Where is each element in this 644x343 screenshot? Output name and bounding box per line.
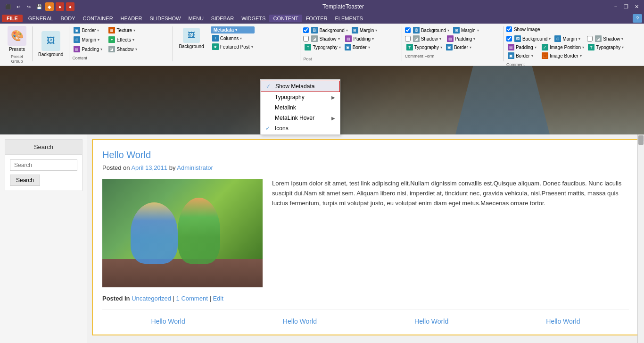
show-metadata-item[interactable]: ✓ Show Metadata [261, 81, 340, 92]
cm-shadow-btn[interactable]: ◪ Shadow▾ [594, 35, 627, 42]
related-post-1[interactable]: Hello World [102, 318, 234, 325]
padding-btn-1[interactable]: ▤ Padding▾ [72, 45, 105, 53]
main-content: Search Search Hello World Posted on Apri… [0, 134, 644, 343]
post-author[interactable]: Administrator [177, 164, 213, 171]
menu-footer[interactable]: FOOTER [302, 15, 331, 22]
post-shadow-check[interactable] [303, 36, 309, 42]
show-metadata-check: ✓ [266, 83, 272, 90]
post-border-btn[interactable]: ▣ Border▾ [343, 43, 376, 51]
background-btn-1[interactable]: 🖼 Background [35, 30, 66, 59]
menu-header[interactable]: HEADER [117, 15, 146, 22]
featured-post-btn[interactable]: ★ Featured Post▾ [211, 43, 255, 50]
scrollbar-thumb[interactable] [638, 135, 644, 145]
cm-bg-check[interactable] [506, 36, 512, 42]
post-bg-check[interactable] [303, 27, 309, 33]
cm-border-btn[interactable]: ▣ Border▾ [506, 52, 539, 59]
cm-image-position-btn[interactable]: ⤢ Image Position▾ [540, 43, 586, 51]
metalink-item[interactable]: Metalink [261, 102, 340, 113]
post-category[interactable]: Uncategorized [132, 295, 171, 302]
cm-margin-btn[interactable]: ⊞ Margin▾ [553, 35, 586, 42]
header-decoration [455, 66, 550, 134]
restore-btn[interactable]: ❐ [622, 3, 630, 10]
post-footer: Posted In Uncategorized | 1 Comment | Ed… [102, 295, 629, 302]
metalink-hover-item[interactable]: MetaLink Hover ▶ [261, 113, 340, 123]
background-group-1-wrap: 🖼 Background [35, 30, 66, 59]
file-menu[interactable]: FILE [2, 15, 23, 22]
search-widget: Search Search [5, 139, 83, 191]
menu-body[interactable]: BODY [57, 15, 79, 22]
post-date[interactable]: April 13,2011 [131, 164, 167, 171]
post-margin-btn[interactable]: ⊞ Margin▾ [350, 26, 383, 34]
ribbon: 🎨 Presets Preset Group 🖼 Background ▣ Bo… [0, 24, 644, 66]
post-group-label: Post [303, 57, 312, 61]
cf-padding-btn[interactable]: ▤ Padding▾ [446, 35, 479, 42]
cm-bg-btn[interactable]: 🖼 Background▾ [513, 35, 552, 42]
window-title: TemplateToaster [74, 3, 612, 10]
effects-btn-1[interactable]: ✦ Effects▾ [107, 36, 140, 43]
menu-content[interactable]: CONTENT [269, 15, 302, 22]
border-icon-1: ▣ [74, 27, 80, 33]
border-btn-1[interactable]: ▣ Border▾ [72, 26, 105, 34]
show-image-check[interactable] [506, 26, 512, 32]
menu-menu[interactable]: MENU [184, 15, 207, 22]
menu-elements[interactable]: ELEMENTS [331, 15, 366, 22]
minimize-btn[interactable]: − [612, 3, 619, 10]
search-input[interactable] [10, 159, 77, 171]
cm-typography-btn[interactable]: T Typography▾ [586, 43, 625, 51]
margin-btn-1[interactable]: ⊞ Margin▾ [72, 36, 105, 43]
cf-bg-check[interactable] [405, 27, 411, 33]
menu-widgets[interactable]: WIDGETS [238, 15, 269, 22]
metadata-dropdown: ✓ Show Metadata Typography ▶ Metalink Me… [260, 79, 340, 135]
help-btn[interactable]: ? [633, 14, 642, 23]
cf-typography-btn[interactable]: T Typography▾ [405, 43, 444, 51]
related-post-4[interactable]: Hello World [497, 318, 629, 325]
related-post-2[interactable]: Hello World [234, 318, 365, 325]
related-post-3[interactable]: Hello World [366, 318, 497, 325]
background-btn-2[interactable]: 🖼 Background [176, 26, 206, 50]
app-icon-1[interactable]: ⬛ [4, 2, 12, 11]
post-group: 🖼 Background▾ ⊞ Margin▾ ◪ Shadow▾ ▤ [300, 26, 402, 61]
post-typography-btn[interactable]: T Typography▾ [303, 43, 342, 51]
shadow-btn-1[interactable]: ◪ Shadow▾ [107, 45, 140, 53]
post-bg-btn[interactable]: 🖼 Background▾ [310, 26, 349, 34]
menu-slideshow[interactable]: SLIDESHOW [146, 15, 184, 22]
show-metadata-label: Show Metadata [275, 83, 314, 90]
post-border-icon: ▣ [345, 44, 351, 50]
effects-icon-1: ✦ [108, 36, 115, 43]
menu-general[interactable]: GENERAL [25, 15, 57, 22]
post-comment-count[interactable]: 1 Comment [176, 295, 208, 302]
cf-bg-btn[interactable]: 🖼 Background▾ [412, 26, 451, 34]
cm-shadow-row: ◪ Shadow▾ [587, 35, 627, 42]
cf-shadow-btn[interactable]: ◪ Shadow▾ [412, 35, 445, 42]
cf-typography-icon: T [406, 44, 413, 50]
post-edit[interactable]: Edit [213, 295, 223, 302]
brand-icon-1: ● [56, 2, 64, 11]
save-btn[interactable]: 💾 [35, 2, 43, 11]
redo-btn[interactable]: ↪ [25, 2, 33, 11]
texture-icon-1: ▦ [108, 27, 115, 33]
margin-icon-1: ⊞ [74, 36, 80, 43]
cm-padding-btn[interactable]: ▤ Padding▾ [506, 43, 539, 51]
close-btn[interactable]: ✕ [633, 3, 640, 10]
icons-item[interactable]: ✓ Icons [261, 123, 340, 134]
cf-border-btn[interactable]: ▣ Border▾ [445, 43, 478, 51]
menu-sidebar[interactable]: SIDEBAR [207, 15, 238, 22]
menu-container[interactable]: CONTAINER [79, 15, 117, 22]
cf-shadow-check[interactable] [405, 36, 411, 42]
presets-button[interactable]: 🎨 Presets [5, 25, 29, 53]
cf-margin-btn[interactable]: ⊞ Margin▾ [452, 26, 485, 34]
cm-shadow-check[interactable] [587, 36, 593, 42]
post-shadow-btn[interactable]: ◪ Shadow▾ [310, 35, 343, 42]
columns-btn[interactable]: ⋮ Columns▾ [211, 34, 255, 42]
typography-item[interactable]: Typography ▶ [261, 92, 340, 102]
search-button[interactable]: Search [10, 175, 40, 186]
search-widget-title: Search [5, 140, 82, 155]
cm-image-border-btn[interactable]: ⬚ Image Border▾ [540, 52, 583, 59]
metadata-btn[interactable]: Metadata▾ [211, 26, 255, 33]
post-area[interactable]: Hello World Posted on April 13,2011 by A… [87, 134, 644, 343]
post-padding-btn[interactable]: ▤ Padding▾ [344, 35, 377, 42]
content-group-label: Content [72, 56, 87, 60]
icons-check: ✓ [265, 125, 272, 132]
texture-btn-1[interactable]: ▦ Texture▾ [107, 26, 140, 34]
undo-btn[interactable]: ↩ [14, 2, 23, 11]
